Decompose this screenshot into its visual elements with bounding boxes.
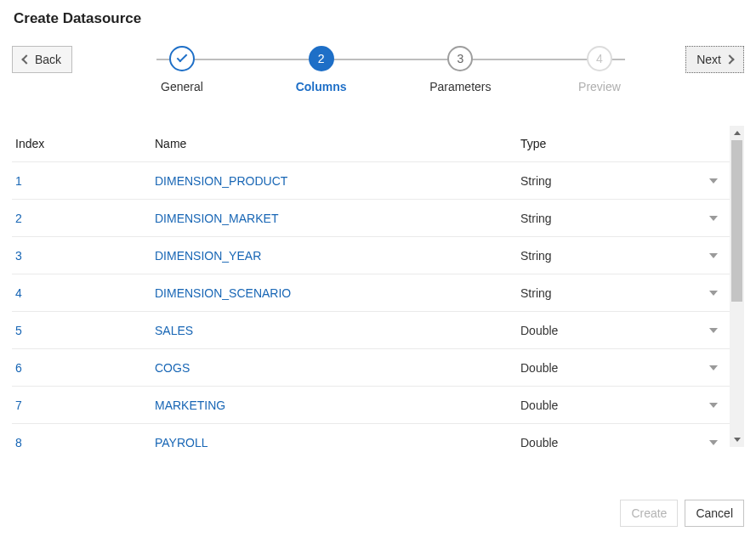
cell-index[interactable]: 4 bbox=[12, 286, 155, 300]
cell-type-dropdown[interactable]: String bbox=[520, 174, 723, 188]
check-icon bbox=[177, 52, 188, 63]
caret-down-icon bbox=[734, 438, 741, 442]
cell-type-value: Double bbox=[520, 399, 558, 412]
caret-down-icon bbox=[709, 291, 718, 296]
cell-index[interactable]: 3 bbox=[12, 249, 155, 263]
table-row[interactable]: 2DIMENSION_MARKETString bbox=[12, 199, 730, 236]
cell-index[interactable]: 7 bbox=[12, 399, 155, 412]
cell-type-value: Double bbox=[520, 324, 558, 337]
cell-type-value: String bbox=[520, 174, 552, 188]
table-row[interactable]: 4DIMENSION_SCENARIOString bbox=[12, 274, 730, 311]
cell-name[interactable]: DIMENSION_MARKET bbox=[155, 212, 520, 225]
cell-type-dropdown[interactable]: String bbox=[520, 249, 723, 263]
chevron-left-icon bbox=[21, 54, 31, 64]
cell-type-value: Double bbox=[520, 361, 558, 375]
step-circle: 3 bbox=[447, 46, 473, 71]
cell-name[interactable]: COGS bbox=[155, 361, 520, 375]
cell-type-value: String bbox=[520, 249, 552, 263]
caret-down-icon bbox=[709, 403, 718, 408]
step-label: Preview bbox=[578, 80, 621, 93]
table-row[interactable]: 8PAYROLLDouble bbox=[12, 423, 730, 447]
cell-type-dropdown[interactable]: String bbox=[520, 286, 723, 300]
caret-down-icon bbox=[709, 216, 718, 221]
cell-name[interactable]: DIMENSION_YEAR bbox=[155, 249, 520, 263]
table-row[interactable]: 5SALESDouble bbox=[12, 311, 730, 348]
scroll-track[interactable] bbox=[730, 140, 744, 432]
caret-down-icon bbox=[709, 253, 718, 258]
step-circle bbox=[169, 46, 195, 71]
columns-table-header: Index Name Type bbox=[12, 126, 730, 161]
cell-index[interactable]: 6 bbox=[12, 361, 155, 375]
cell-index[interactable]: 1 bbox=[12, 174, 155, 188]
next-button[interactable]: Next bbox=[685, 46, 744, 73]
cell-type-value: String bbox=[520, 212, 552, 225]
step-preview: 4Preview bbox=[549, 46, 651, 93]
caret-down-icon bbox=[709, 328, 718, 333]
cell-name[interactable]: SALES bbox=[155, 324, 520, 337]
header-index: Index bbox=[12, 137, 155, 150]
cell-type-dropdown[interactable]: String bbox=[520, 212, 723, 225]
step-label: Columns bbox=[296, 80, 347, 93]
cell-index[interactable]: 2 bbox=[12, 212, 155, 225]
cell-type-value: Double bbox=[520, 436, 558, 448]
chevron-right-icon bbox=[725, 54, 734, 64]
scroll-thumb[interactable] bbox=[731, 140, 742, 302]
wizard-stepper: General2Columns3Parameters4Preview bbox=[114, 46, 668, 93]
table-row[interactable]: 7MARKETINGDouble bbox=[12, 386, 730, 423]
step-general[interactable]: General bbox=[131, 46, 233, 93]
columns-table-body: 1DIMENSION_PRODUCTString2DIMENSION_MARKE… bbox=[12, 161, 730, 447]
vertical-scrollbar[interactable] bbox=[730, 126, 744, 447]
cell-type-dropdown[interactable]: Double bbox=[520, 399, 723, 412]
cell-name[interactable]: PAYROLL bbox=[155, 436, 520, 448]
header-name: Name bbox=[155, 137, 520, 150]
caret-down-icon bbox=[709, 178, 718, 184]
cell-index[interactable]: 8 bbox=[12, 436, 155, 448]
step-label: General bbox=[161, 80, 203, 93]
back-button-label: Back bbox=[35, 53, 61, 66]
step-circle: 4 bbox=[587, 46, 612, 71]
cell-type-value: String bbox=[520, 286, 552, 300]
step-parameters[interactable]: 3Parameters bbox=[409, 46, 511, 93]
cancel-button[interactable]: Cancel bbox=[685, 500, 744, 527]
step-label: Parameters bbox=[429, 80, 491, 93]
step-columns: 2Columns bbox=[270, 46, 372, 93]
caret-up-icon bbox=[734, 131, 741, 135]
cell-name[interactable]: DIMENSION_PRODUCT bbox=[155, 174, 520, 188]
table-row[interactable]: 6COGSDouble bbox=[12, 348, 730, 386]
cell-type-dropdown[interactable]: Double bbox=[520, 436, 723, 448]
caret-down-icon bbox=[709, 440, 718, 445]
caret-down-icon bbox=[709, 365, 718, 370]
back-button[interactable]: Back bbox=[12, 46, 72, 73]
cell-name[interactable]: MARKETING bbox=[155, 399, 520, 412]
cell-type-dropdown[interactable]: Double bbox=[520, 324, 723, 337]
create-button: Create bbox=[620, 500, 678, 527]
cell-index[interactable]: 5 bbox=[12, 324, 155, 337]
scroll-up-button[interactable] bbox=[730, 126, 744, 140]
header-type: Type bbox=[520, 137, 723, 150]
next-button-label: Next bbox=[696, 53, 721, 66]
page-title: Create Datasource bbox=[14, 10, 744, 27]
step-circle: 2 bbox=[309, 46, 334, 71]
cell-name[interactable]: DIMENSION_SCENARIO bbox=[155, 286, 520, 300]
cell-type-dropdown[interactable]: Double bbox=[520, 361, 723, 375]
table-row[interactable]: 1DIMENSION_PRODUCTString bbox=[12, 161, 730, 199]
scroll-down-button[interactable] bbox=[730, 432, 744, 447]
table-row[interactable]: 3DIMENSION_YEARString bbox=[12, 236, 730, 274]
